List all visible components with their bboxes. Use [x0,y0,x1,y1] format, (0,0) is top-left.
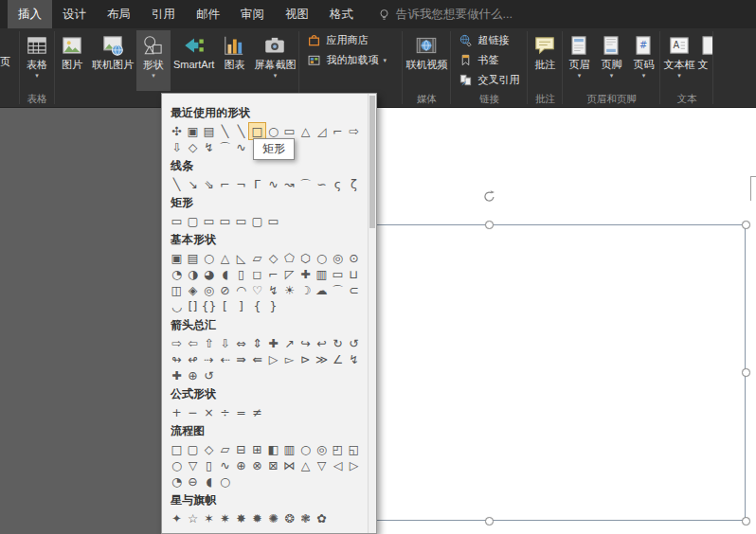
shape-icon[interactable]: ◇ [201,441,217,457]
shape-icon[interactable]: ↯ [201,139,217,155]
shape-icon[interactable]: ⇩ [169,139,185,155]
ribbon-button-图片[interactable]: 图片 [55,30,89,91]
shape-icon[interactable]: ✣ [169,123,185,139]
shape-icon[interactable]: ς [330,176,346,192]
shape-icon[interactable]: [] [185,298,201,314]
shape-icon[interactable]: ζ [346,176,362,192]
tab-布局[interactable]: 布局 [97,0,141,28]
shape-icon[interactable]: ◡ [169,298,185,314]
shape-icon[interactable]: { [249,298,265,314]
shape-icon[interactable]: ╲ [217,123,233,139]
shape-icon[interactable]: ⇛ [233,351,249,367]
ribbon-button-图表[interactable]: 图表 [217,30,251,91]
shape-icon[interactable]: ✺ [265,510,281,526]
shape-icon[interactable]: ▥ [314,266,330,282]
shape-icon[interactable]: ▣ [185,123,201,139]
shape-icon[interactable]: △ [217,250,233,266]
shape-icon[interactable]: ∿ [217,457,233,473]
shape-icon[interactable]: ▷ [265,351,281,367]
shape-icon[interactable]: ⇚ [249,351,265,367]
shape-icon[interactable]: ↩ [314,335,330,351]
shape-icon[interactable]: ∿ [233,139,249,155]
shape-icon[interactable]: ❃ [297,510,314,526]
ribbon-clipped-button[interactable]: 页 [0,28,19,106]
shape-icon[interactable]: ↺ [201,367,217,383]
tell-me[interactable]: 告诉我您想要做什么... [377,7,513,23]
ribbon-button-页脚[interactable]: 页脚▾ [595,30,627,91]
shape-icon[interactable]: ∽ [314,176,330,192]
shape-icon[interactable]: □ [249,123,265,139]
shape-icon[interactable]: ◎ [314,441,330,457]
shape-icon[interactable]: ⇩ [217,335,233,351]
shape-icon[interactable]: ▽ [185,457,201,473]
shape-icon[interactable]: ╲ [233,123,249,139]
shape-icon[interactable]: ⇘ [201,176,217,192]
selection-handle[interactable] [742,368,750,377]
shape-icon[interactable]: ⌒ [330,282,346,298]
shape-icon[interactable]: } [265,298,281,314]
shape-icon[interactable]: ¬ [233,176,249,192]
shape-icon[interactable]: Γ [249,176,265,192]
shape-icon[interactable]: ○ [297,441,314,457]
shape-icon[interactable]: ○ [314,250,330,266]
shape-icon[interactable]: ⇕ [249,335,265,351]
shape-icon[interactable]: ╲ [169,176,185,192]
tab-邮件[interactable]: 邮件 [186,0,230,28]
shape-icon[interactable]: × [201,404,217,420]
ribbon-button-表格[interactable]: 表格▾ [20,30,54,91]
shape-icon[interactable]: ⊂ [346,282,362,298]
shape-icon[interactable]: ⇔ [233,335,249,351]
shape-icon[interactable]: ⇨ [346,123,362,139]
shape-icon[interactable]: ⊞ [249,441,265,457]
shape-icon[interactable]: ❂ [281,510,297,526]
shape-icon[interactable]: ✚ [169,367,185,383]
shape-icon[interactable]: ▢ [185,213,201,229]
shape-icon[interactable]: ↗ [281,335,297,351]
shape-icon[interactable]: ⌐ [217,176,233,192]
shape-icon[interactable]: {} [201,298,217,314]
shape-icon[interactable]: ▢ [185,441,201,457]
ribbon-button-页眉[interactable]: 页眉▾ [563,30,595,91]
shape-icon[interactable]: ▤ [201,123,217,139]
rotate-handle[interactable] [482,189,496,204]
shape-icon[interactable]: ✸ [233,510,249,526]
scrollbar-track[interactable] [368,94,376,533]
shape-icon[interactable]: ⌒ [297,176,314,192]
shape-icon[interactable]: ◔ [169,266,185,282]
shape-icon[interactable]: ◁ [330,457,346,473]
shape-icon[interactable]: ◫ [169,282,185,298]
shape-icon[interactable]: ◸ [281,266,297,282]
shape-icon[interactable]: ☽ [297,282,314,298]
shape-icon[interactable]: ○ [201,250,217,266]
ribbon-button-超链接[interactable]: 超链接 [451,30,527,50]
shape-icon[interactable]: ] [233,298,249,314]
shape-icon[interactable]: ◻ [249,266,265,282]
shape-icon[interactable]: ↯ [265,282,281,298]
ribbon-button-联机视频[interactable]: 联机视频 [403,30,450,91]
shape-icon[interactable]: ⋈ [281,457,297,473]
shape-icon[interactable]: ⬡ [297,250,314,266]
shape-icon[interactable]: ◈ [185,282,201,298]
shape-icon[interactable]: ▯ [201,457,217,473]
tab-审阅[interactable]: 审阅 [230,0,275,28]
tab-设计[interactable]: 设计 [52,0,97,28]
shape-icon[interactable]: ▱ [217,441,233,457]
shape-icon[interactable]: ⇨ [169,335,185,351]
selection-handle[interactable] [485,517,494,525]
ribbon-button-批注[interactable]: 批注 [528,30,562,91]
shape-icon[interactable]: ↘ [185,176,201,192]
shape-icon[interactable]: ▭ [201,213,217,229]
shape-icon[interactable]: ↻ [330,335,346,351]
shape-icon[interactable]: ◧ [265,441,281,457]
shape-icon[interactable]: ▽ [314,457,330,473]
shape-icon[interactable]: ⊕ [233,457,249,473]
shape-icon[interactable]: ▷ [346,457,362,473]
ribbon-button-应用商店[interactable]: 应用商店 [299,30,402,50]
shape-icon[interactable]: △ [297,457,314,473]
shape-icon[interactable]: ▭ [281,123,297,139]
shape-icon[interactable]: ⬠ [281,250,297,266]
shape-icon[interactable]: ✦ [169,510,185,526]
shape-icon[interactable]: ◺ [233,250,249,266]
shape-icon[interactable]: ○ [265,123,281,139]
shape-icon[interactable]: ⊠ [265,457,281,473]
